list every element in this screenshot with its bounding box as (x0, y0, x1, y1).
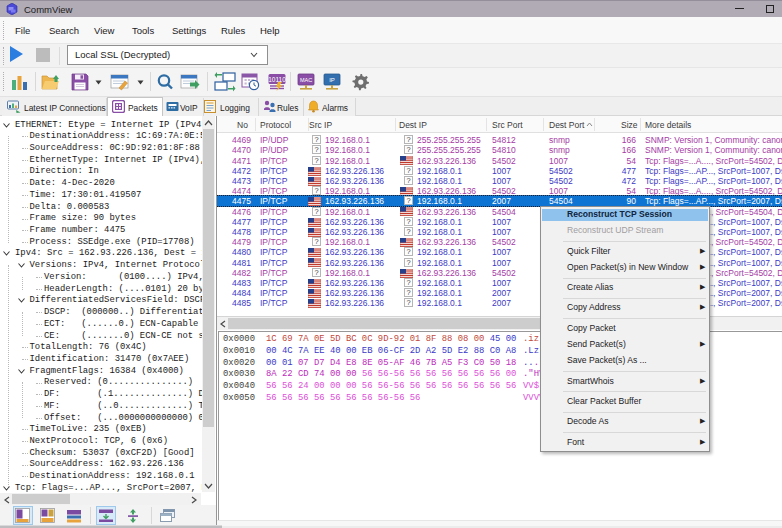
svg-text:10110: 10110 (268, 76, 286, 83)
svg-text:MAC: MAC (300, 77, 312, 83)
svg-text:IP: IP (329, 77, 335, 83)
